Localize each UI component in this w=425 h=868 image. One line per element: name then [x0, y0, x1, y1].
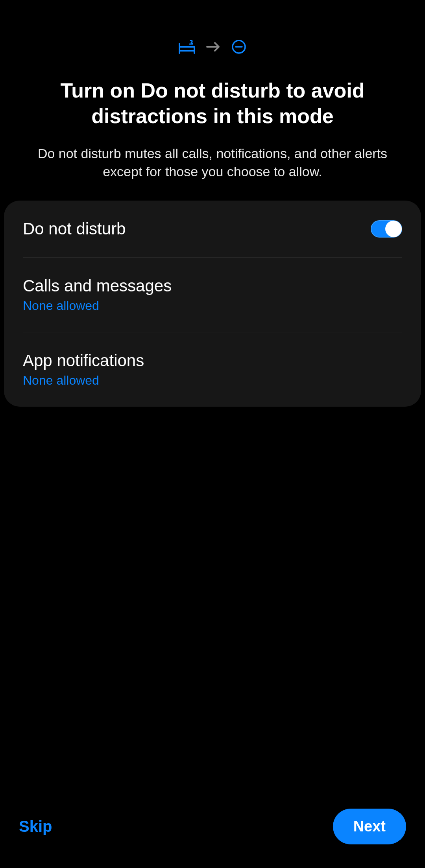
calls-label: Calls and messages	[23, 276, 172, 295]
arrow-right-icon	[206, 41, 220, 52]
apps-value: None allowed	[23, 373, 144, 388]
calls-value: None allowed	[23, 299, 172, 313]
dnd-toggle[interactable]	[371, 220, 402, 238]
app-notifications-row[interactable]: App notifications None allowed	[23, 332, 402, 407]
toggle-knob	[385, 221, 402, 237]
do-not-disturb-icon	[231, 39, 246, 54]
footer: Skip Next	[0, 809, 425, 844]
apps-label: App notifications	[23, 351, 144, 370]
skip-button[interactable]: Skip	[19, 818, 52, 835]
dnd-toggle-row[interactable]: Do not disturb	[23, 201, 402, 258]
wizard-step-icons	[0, 0, 425, 78]
settings-card: Do not disturb Calls and messages None a…	[4, 201, 421, 407]
calls-messages-row[interactable]: Calls and messages None allowed	[23, 258, 402, 332]
dnd-label: Do not disturb	[23, 219, 126, 238]
bed-sleep-icon	[179, 40, 195, 54]
next-button[interactable]: Next	[333, 809, 406, 844]
page-title: Turn on Do not disturb to avoid distract…	[0, 78, 425, 129]
page-subtitle: Do not disturb mutes all calls, notifica…	[0, 145, 425, 181]
